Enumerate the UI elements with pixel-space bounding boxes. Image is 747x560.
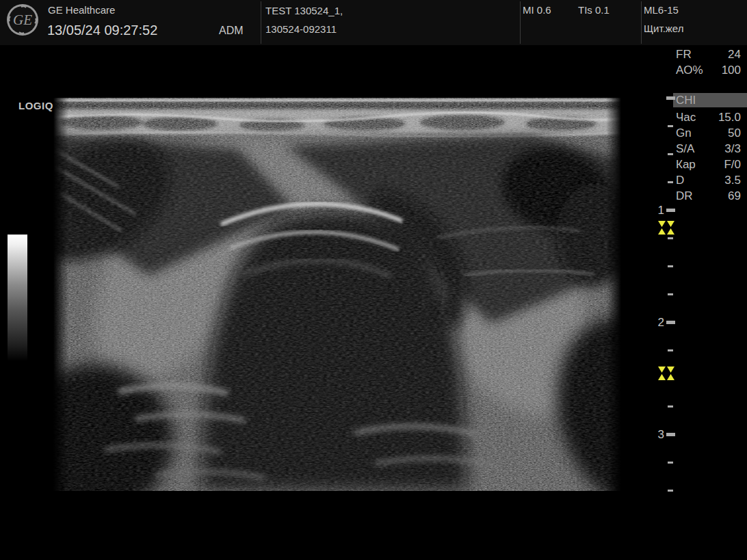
param-value: F/0 bbox=[724, 158, 743, 172]
param-value: 24 bbox=[728, 48, 743, 62]
banner-divider bbox=[261, 1, 261, 44]
ultrasound-image[interactable] bbox=[53, 98, 621, 491]
param-row[interactable]: КарF/0 bbox=[673, 158, 743, 174]
ruler-tick bbox=[668, 153, 673, 155]
param-value: 3.5 bbox=[724, 174, 743, 187]
param-label: DR bbox=[673, 189, 693, 203]
param-value: 100 bbox=[722, 64, 743, 77]
param-row[interactable]: D3.5 bbox=[673, 174, 743, 189]
param-label: AO% bbox=[673, 64, 703, 77]
patient-id[interactable]: 130524-092311 bbox=[265, 23, 337, 35]
brand-label: GE Healthcare bbox=[48, 4, 115, 16]
ruler-label: 1 bbox=[644, 204, 664, 217]
ruler-tick bbox=[668, 237, 673, 239]
ruler-tick bbox=[668, 405, 673, 408]
logiq-watermark: LOGIQ bbox=[18, 100, 53, 111]
ruler-tick bbox=[668, 181, 673, 183]
param-value: 50 bbox=[728, 126, 743, 140]
ruler-tick bbox=[668, 293, 673, 295]
ruler-tick bbox=[668, 265, 673, 267]
param-row[interactable]: AO%100 bbox=[673, 64, 743, 79]
mode-indicator-chi[interactable]: CHI bbox=[673, 93, 747, 107]
ruler-tick bbox=[666, 209, 675, 212]
ruler-tick bbox=[668, 125, 673, 127]
datetime-label: 13/05/24 09:27:52 bbox=[47, 23, 157, 38]
param-row[interactable]: S/A3/3 bbox=[673, 142, 743, 158]
ruler-label: 2 bbox=[644, 316, 664, 330]
grayscale-bar bbox=[8, 235, 27, 361]
param-value: 69 bbox=[728, 189, 743, 203]
banner-divider bbox=[641, 1, 642, 44]
tis-indicator: TIs 0.1 bbox=[578, 4, 610, 16]
param-label: D bbox=[673, 174, 684, 187]
probe-indicator[interactable]: ML6-15 bbox=[644, 4, 679, 16]
preset-indicator[interactable]: Щит.жел bbox=[644, 23, 683, 34]
param-row[interactable]: Час15.0 bbox=[673, 111, 743, 126]
param-label: Кар bbox=[673, 158, 696, 172]
operator-id-label: ADM bbox=[219, 25, 244, 37]
banner-divider bbox=[520, 1, 521, 44]
focus-zone-marker[interactable] bbox=[657, 366, 675, 381]
param-value: 3/3 bbox=[724, 142, 743, 156]
patient-name[interactable]: TEST 130524_1, bbox=[265, 5, 343, 16]
param-label: FR bbox=[673, 48, 692, 62]
ruler-tick bbox=[668, 349, 673, 351]
param-label: S/A bbox=[673, 142, 694, 156]
mi-indicator: MI 0.6 bbox=[523, 4, 551, 16]
focus-zone-marker[interactable] bbox=[657, 220, 675, 235]
param-row[interactable]: DR69 bbox=[673, 189, 743, 205]
ge-logo-icon: GE bbox=[6, 3, 39, 36]
ruler-label: 3 bbox=[644, 428, 664, 442]
ruler-tick bbox=[666, 96, 675, 100]
top-banner: GE GE Healthcare 13/05/24 09:27:52 ADM T… bbox=[0, 0, 747, 45]
param-label: Gn bbox=[673, 126, 692, 140]
param-value: 15.0 bbox=[718, 111, 743, 124]
ruler-tick bbox=[666, 433, 675, 436]
svg-text:GE: GE bbox=[13, 12, 32, 28]
ruler-tick bbox=[668, 462, 673, 464]
param-row[interactable]: Gn50 bbox=[673, 126, 743, 142]
param-label: Час bbox=[673, 111, 696, 124]
ruler-tick bbox=[668, 490, 673, 492]
ruler-tick bbox=[666, 321, 675, 324]
param-row[interactable]: FR24 bbox=[673, 48, 743, 64]
